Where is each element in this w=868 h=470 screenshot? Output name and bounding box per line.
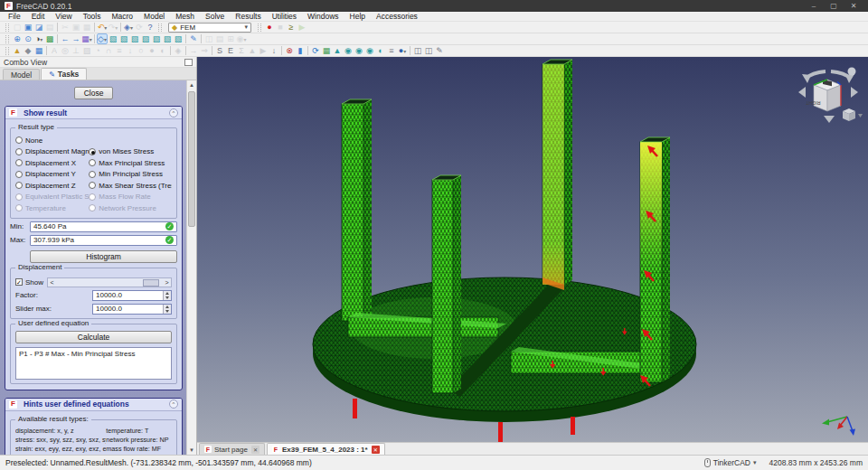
macro-debug-button[interactable]: ≥ <box>286 22 297 33</box>
fem-equation-electrostatic-button[interactable]: Σ <box>236 45 247 56</box>
whats-this-button[interactable]: ? <box>145 22 156 33</box>
slider-left-arrow[interactable]: < <box>48 279 56 286</box>
fem-post-clip-region-button[interactable]: ◉ <box>364 45 375 56</box>
fem-constraint-force-button[interactable]: → <box>188 45 199 56</box>
tab-start-page[interactable]: F Start page ✕ <box>199 443 265 455</box>
scroll-down-icon[interactable]: ▼ <box>189 446 194 455</box>
cut-button[interactable]: ✂ <box>60 22 71 33</box>
spin-arrows-icon[interactable] <box>163 305 171 314</box>
fem-constraint-gear-button[interactable]: ● <box>146 45 157 56</box>
close-tab-icon[interactable]: ✕ <box>372 446 380 454</box>
tab-tasks[interactable]: ✎ Tasks <box>41 68 87 80</box>
undo-button[interactable]: ↶ <box>97 22 108 33</box>
fem-constraint-temperature-button[interactable]: ≡ <box>114 45 125 56</box>
panel-scrollbar[interactable]: ▲ ▼ <box>186 80 196 455</box>
measure-button[interactable]: ✎ <box>188 33 199 44</box>
fem-equation-flow-button[interactable]: ▲ <box>247 45 258 56</box>
radio-von-mises-stress[interactable]: von Mises Stress <box>89 146 172 158</box>
scroll-up-icon[interactable]: ▲ <box>189 80 194 89</box>
slider-max-spinbox[interactable]: 10000.0 <box>92 304 172 315</box>
fem-constraint-heat-flux-button[interactable]: ∩ <box>103 45 114 56</box>
radio-displacement-x[interactable]: Displacement X <box>15 157 89 169</box>
fem-mesh-gmsh-button[interactable]: ▦ <box>33 45 44 56</box>
slider-right-arrow[interactable]: > <box>163 279 171 286</box>
radio-displacement-magnitude[interactable]: Displacement Magnitude <box>15 146 89 158</box>
fem-solver-job-control-button[interactable]: ▶ <box>258 45 269 56</box>
scene-inspector-button[interactable]: ⊞ <box>225 33 236 44</box>
min-field[interactable]: 45.640 Pa ✓ <box>30 221 177 232</box>
fem-material-editor-button[interactable]: A <box>49 45 60 56</box>
navigation-cube[interactable]: RIGHT <box>793 60 863 130</box>
new-file-button[interactable]: ▢ <box>12 22 23 33</box>
close-tab-icon[interactable]: ✕ <box>251 446 259 454</box>
fem-constraint-initial-temperature-button[interactable]: ◔ <box>92 45 103 56</box>
fit-selection-button[interactable]: ⊙ <box>23 33 33 44</box>
fem-constraint-bearing-button[interactable]: ○ <box>136 45 146 56</box>
collapse-icon[interactable]: ^ <box>169 108 178 118</box>
tab-model[interactable]: Model <box>3 69 40 80</box>
nav-mini-cube-icon[interactable] <box>843 108 855 121</box>
collapse-icon[interactable]: ^ <box>169 400 178 409</box>
displacement-slider[interactable]: < > <box>47 277 172 287</box>
fem-remove-clipping-button[interactable]: ◫ <box>423 45 434 56</box>
menu-help[interactable]: Help <box>344 12 371 21</box>
tab-document[interactable]: F Ex39_FEM_5_4_2023 : 1* ✕ <box>267 443 385 455</box>
texture-mapping-button[interactable]: ▤ <box>214 33 225 44</box>
fem-constraint-pulley-button[interactable]: ◐ <box>157 45 168 56</box>
paste-button[interactable]: ▦ <box>81 22 92 33</box>
fem-post-clip-function-button[interactable]: ◉ <box>354 45 364 56</box>
save-button[interactable]: ◪ <box>33 22 44 33</box>
menu-view[interactable]: View <box>50 12 77 21</box>
fem-post-clip-scalar-button[interactable]: ◉ <box>343 45 354 56</box>
max-field[interactable]: 307.939 kPa ✓ <box>30 235 177 246</box>
menu-results[interactable]: Results <box>230 12 266 21</box>
menu-solve[interactable]: Solve <box>200 12 230 21</box>
equation-textarea[interactable]: P1 - P3 # Max - Min Principal Stress <box>15 347 172 380</box>
factor-spinbox[interactable]: 10000.0 <box>92 290 172 301</box>
close-window-button[interactable]: ✕ <box>844 0 863 12</box>
view-top-button[interactable]: ▧ <box>129 33 140 44</box>
menu-windows[interactable]: Windows <box>302 12 344 21</box>
mesh-leg-right[interactable] <box>640 137 670 382</box>
fem-element-geometry-2d-button[interactable]: ▨ <box>81 45 92 56</box>
menu-utilities[interactable]: Utilities <box>267 12 302 21</box>
menu-tools[interactable]: Tools <box>78 12 107 21</box>
fem-constraint-self-weight-button[interactable]: ↓ <box>125 45 136 56</box>
radio-none[interactable]: None <box>15 135 89 146</box>
show-checkbox[interactable]: ✓ <box>15 278 23 286</box>
fem-material-solid-button[interactable]: ◆ <box>23 45 33 56</box>
radio-temperature[interactable]: Temperature <box>15 202 89 214</box>
mesh-leg-back-left[interactable] <box>342 99 372 321</box>
fem-equation-elasticity-button[interactable]: E <box>225 45 236 56</box>
cube-faces[interactable]: RIGHT <box>806 80 841 111</box>
draw-style-button[interactable]: ◑ <box>33 33 44 44</box>
menu-macro[interactable]: Macro <box>106 12 138 21</box>
fem-post-data-at-point-button[interactable]: ● <box>397 45 408 56</box>
open-file-button[interactable]: ▣ <box>23 22 33 33</box>
fem-post-contours-button[interactable]: ◐ <box>375 45 386 56</box>
toolbar-grip[interactable] <box>5 24 9 32</box>
toolbar-grip[interactable] <box>258 24 261 32</box>
spin-arrows-icon[interactable] <box>163 291 171 300</box>
fem-element-geometry-1d-button[interactable]: ◎ <box>60 45 71 56</box>
slider-thumb[interactable] <box>143 279 159 287</box>
fem-examples-button[interactable]: ✎ <box>434 45 445 56</box>
redo-button[interactable]: ↷ <box>108 22 118 33</box>
nav-back-button[interactable]: ← <box>60 33 71 44</box>
view-bottom-button[interactable]: ▧ <box>162 33 173 44</box>
radio-displacement-y[interactable]: Displacement Y <box>15 169 89 181</box>
menu-edit[interactable]: Edit <box>26 12 51 21</box>
3d-viewport[interactable]: RIGHT F <box>197 57 868 455</box>
toolbar-grip[interactable] <box>5 35 9 43</box>
fem-clipping-plane-button[interactable]: ◫ <box>412 45 423 56</box>
radio-max-principal-stress[interactable]: Max Principal Stress <box>89 157 172 169</box>
copy-button[interactable]: ▣ <box>71 22 81 33</box>
view-rear-button[interactable]: ▧ <box>151 33 162 44</box>
radio-equivalent-plastic-strain[interactable]: Equivalent Plastic Strain <box>15 192 89 203</box>
menu-file[interactable]: File <box>3 12 26 21</box>
appearance-button[interactable]: ▩ <box>44 33 55 44</box>
fem-constraint-pressure-button[interactable]: ⇒ <box>199 45 210 56</box>
scrollbar-thumb[interactable] <box>188 91 195 227</box>
fem-constraint-fixed-button[interactable]: ◈ <box>173 45 184 56</box>
radio-mass-flow-rate[interactable]: Mass Flow Rate <box>89 192 172 203</box>
